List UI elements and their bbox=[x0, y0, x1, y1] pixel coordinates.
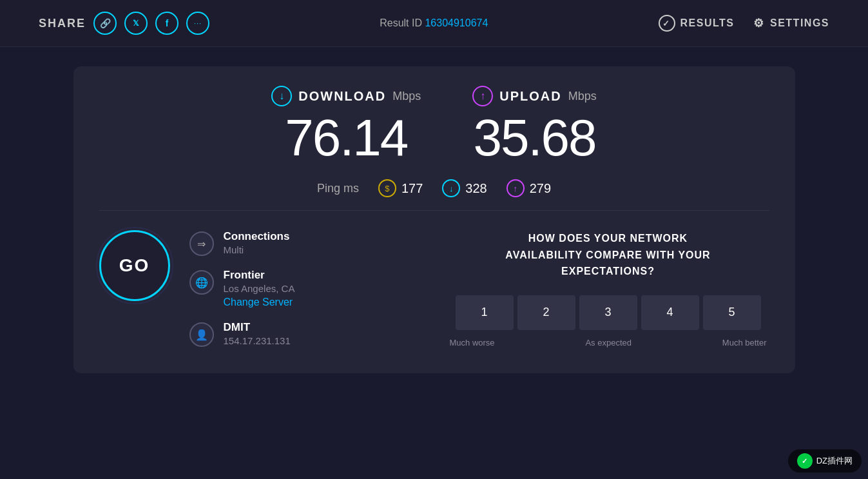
download-type: DOWNLOAD bbox=[298, 89, 386, 104]
isp-location: Los Angeles, CA bbox=[224, 283, 295, 294]
upload-value: 35.68 bbox=[472, 110, 596, 166]
rating-labels: Much worse As expected Much better bbox=[447, 338, 769, 347]
more-icon[interactable]: ··· bbox=[186, 12, 209, 35]
download-label-row: ↓ DOWNLOAD Mbps bbox=[271, 86, 421, 106]
survey-section: HOW DOES YOUR NETWORK AVAILABILITY COMPA… bbox=[447, 230, 769, 347]
download-block: ↓ DOWNLOAD Mbps 76.14 bbox=[271, 86, 421, 166]
upload-unit: Mbps bbox=[568, 90, 597, 103]
main-card: ↓ DOWNLOAD Mbps 76.14 ↑ UPLOAD Mbps 35.6… bbox=[73, 66, 795, 373]
connections-value: Multi bbox=[224, 244, 290, 255]
share-label: SHARE bbox=[39, 17, 86, 30]
ping-upload-value: 279 bbox=[530, 181, 551, 196]
watermark-text: DZ插件网 bbox=[816, 455, 853, 467]
connections-icon: ⇒ bbox=[189, 231, 214, 256]
twitter-icon[interactable]: 𝕏 bbox=[124, 12, 148, 35]
upload-icon: ↑ bbox=[472, 86, 493, 106]
isp-info: Frontier Los Angeles, CA Change Server bbox=[224, 269, 295, 308]
left-section: GO ⇒ Connections Multi 🌐 Frontier bbox=[99, 230, 421, 347]
rating-4-button[interactable]: 4 bbox=[641, 295, 699, 330]
settings-label: SETTINGS bbox=[770, 17, 829, 29]
rating-label-center: As expected bbox=[585, 338, 632, 347]
user-ip: 154.17.231.131 bbox=[224, 335, 291, 346]
sponsored-icon: $ bbox=[378, 179, 396, 197]
connections-row: ⇒ Connections Multi bbox=[189, 230, 295, 256]
upload-type: UPLOAD bbox=[499, 89, 561, 104]
ping-sponsored-value: 177 bbox=[401, 181, 423, 196]
link-icon[interactable]: 🔗 bbox=[93, 12, 117, 35]
ping-download-value: 328 bbox=[465, 181, 487, 196]
user-row: 👤 DMIT 154.17.231.131 bbox=[189, 321, 295, 347]
rating-buttons: 1 2 3 4 5 bbox=[456, 295, 761, 330]
ping-download-item: ↓ 328 bbox=[442, 179, 487, 197]
go-button-container: GO bbox=[99, 230, 177, 308]
rating-1-button[interactable]: 1 bbox=[456, 295, 514, 330]
rating-3-button[interactable]: 3 bbox=[579, 295, 637, 330]
facebook-icon[interactable]: f bbox=[155, 12, 178, 35]
result-id-section: Result ID 16304910674 bbox=[380, 17, 488, 29]
speed-section: ↓ DOWNLOAD Mbps 76.14 ↑ UPLOAD Mbps 35.6… bbox=[99, 86, 769, 166]
connections-info: Connections Multi bbox=[224, 230, 290, 255]
upload-block: ↑ UPLOAD Mbps 35.68 bbox=[472, 86, 596, 166]
bottom-section: GO ⇒ Connections Multi 🌐 Frontier bbox=[99, 230, 769, 347]
rating-label-left: Much worse bbox=[450, 338, 495, 347]
go-label: GO bbox=[119, 255, 150, 276]
result-id-label: Result ID bbox=[380, 17, 422, 28]
user-title: DMIT bbox=[224, 321, 291, 334]
ping-upload-item: ↑ 279 bbox=[506, 179, 551, 197]
survey-question: HOW DOES YOUR NETWORK AVAILABILITY COMPA… bbox=[505, 230, 710, 280]
rating-2-button[interactable]: 2 bbox=[517, 295, 575, 330]
settings-nav[interactable]: ⚙ SETTINGS bbox=[753, 16, 829, 30]
isp-row: 🌐 Frontier Los Angeles, CA Change Server bbox=[189, 269, 295, 308]
gear-icon: ⚙ bbox=[753, 16, 765, 30]
info-section: ⇒ Connections Multi 🌐 Frontier Los Angel… bbox=[189, 230, 295, 347]
change-server-link[interactable]: Change Server bbox=[224, 297, 295, 308]
share-section: SHARE 🔗 𝕏 f ··· bbox=[39, 12, 209, 35]
ping-row: Ping ms $ 177 ↓ 328 ↑ 279 bbox=[99, 179, 769, 211]
connections-title: Connections bbox=[224, 230, 290, 243]
download-unit: Mbps bbox=[392, 90, 421, 103]
ping-sponsored-item: $ 177 bbox=[378, 179, 423, 197]
ping-download-icon: ↓ bbox=[442, 179, 460, 197]
watermark: ✓ DZ插件网 bbox=[788, 449, 862, 473]
globe-icon: 🌐 bbox=[189, 270, 214, 295]
results-label: RESULTS bbox=[680, 17, 735, 29]
upload-label-row: ↑ UPLOAD Mbps bbox=[472, 86, 596, 106]
user-icon: 👤 bbox=[189, 322, 214, 347]
checkmark-icon: ✓ bbox=[659, 15, 675, 32]
results-nav[interactable]: ✓ RESULTS bbox=[659, 15, 735, 32]
result-id-value[interactable]: 16304910674 bbox=[425, 17, 488, 28]
rating-label-right: Much better bbox=[722, 338, 767, 347]
go-button[interactable]: GO bbox=[99, 230, 170, 301]
ping-label: Ping ms bbox=[317, 182, 359, 195]
user-info: DMIT 154.17.231.131 bbox=[224, 321, 291, 346]
rating-5-button[interactable]: 5 bbox=[703, 295, 761, 330]
watermark-icon: ✓ bbox=[797, 453, 813, 469]
isp-title: Frontier bbox=[224, 269, 295, 282]
ping-upload-icon: ↑ bbox=[506, 179, 525, 197]
download-icon: ↓ bbox=[271, 86, 292, 106]
nav-section: ✓ RESULTS ⚙ SETTINGS bbox=[659, 15, 830, 32]
top-bar: SHARE 🔗 𝕏 f ··· Result ID 16304910674 ✓ … bbox=[0, 0, 868, 47]
download-value: 76.14 bbox=[271, 110, 421, 166]
